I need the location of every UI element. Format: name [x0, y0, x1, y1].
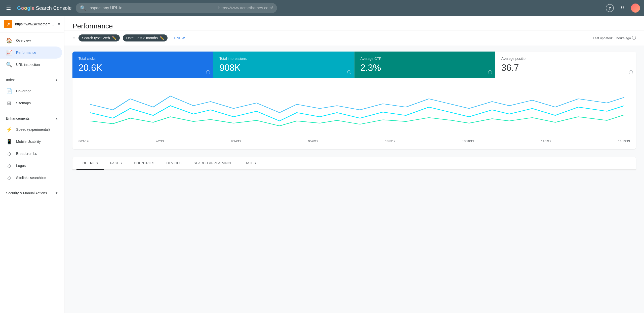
filter-icon[interactable]: ≡ [72, 35, 75, 41]
sidebar-item-coverage[interactable]: 📄 Coverage [0, 85, 62, 97]
speed-icon: ⚡ [6, 126, 12, 132]
sidebar-item-speed[interactable]: ⚡ Speed (experimental) [0, 123, 62, 136]
ctr-help-icon[interactable]: ⓘ [488, 70, 492, 75]
page-title: Performance [72, 22, 636, 30]
trending-icon: 📈 [6, 50, 12, 56]
enhancements-section-label: Enhancements [6, 116, 29, 120]
tabs-container: QUERIES PAGES COUNTRIES DEVICES SEARCH A… [72, 157, 636, 170]
sidebar-item-label: Performance [16, 51, 36, 55]
menu-icon[interactable]: ☰ [4, 3, 13, 13]
index-section-header[interactable]: Index ▲ [0, 75, 64, 85]
sidebar: ↗ https://www.acmethemes.c ... ▾ 🏠 Overv… [0, 16, 64, 313]
divider [0, 186, 64, 186]
sidebar-item-label: Sitemaps [16, 101, 31, 105]
sidebar-item-url-inspection[interactable]: 🔍 URL inspection [0, 59, 62, 71]
property-icon: ↗ [4, 20, 12, 28]
search-icon: 🔍 [80, 5, 86, 11]
metric-card-impressions[interactable]: Total impressions 908K ⓘ [213, 52, 354, 78]
x-label: 11/13/19 [618, 140, 630, 143]
divider [0, 111, 64, 111]
x-label: 9/14/19 [231, 140, 241, 143]
filter-bar: ≡ Search type: Web ✏️ Date: Last 3 month… [64, 30, 644, 46]
header-actions: ? ⠿ [606, 4, 640, 13]
search-type-filter[interactable]: Search type: Web ✏️ [78, 34, 120, 41]
metrics-cards: Total clicks 20.6K ⓘ Total impressions 9… [72, 52, 636, 78]
date-filter[interactable]: Date: Last 3 months ✏️ [123, 34, 168, 41]
x-label: 10/8/19 [385, 140, 395, 143]
sidebar-item-label: Overview [16, 38, 31, 42]
metrics-chart-container: Total clicks 20.6K ⓘ Total impressions 9… [72, 52, 636, 149]
property-selector[interactable]: ↗ https://www.acmethemes.c ... ▾ [0, 16, 64, 32]
apps-icon[interactable]: ⠿ [618, 4, 627, 13]
tabs: QUERIES PAGES COUNTRIES DEVICES SEARCH A… [72, 157, 636, 170]
property-url: https://www.acmethemes.c ... [15, 22, 55, 26]
x-label: 11/1/19 [541, 140, 551, 143]
security-section-header[interactable]: Security & Manual Actions ▼ [0, 188, 64, 198]
home-icon: 🏠 [6, 37, 12, 43]
edit-icon: ✏️ [160, 36, 164, 40]
new-filter-button[interactable]: + NEW [171, 34, 188, 41]
tabs-section: QUERIES PAGES COUNTRIES DEVICES SEARCH A… [64, 153, 644, 170]
sidebar-nav: 🏠 Overview 📈 Performance 🔍 URL inspectio… [0, 32, 64, 200]
collapse-icon: ▲ [55, 117, 58, 120]
sidebar-item-label: URL inspection [16, 63, 40, 67]
sidebar-item-label: Logos [16, 164, 26, 168]
mobile-icon: 📱 [6, 139, 12, 145]
edit-icon: ✏️ [112, 36, 116, 40]
tab-countries[interactable]: COUNTRIES [128, 157, 160, 170]
clicks-help-icon[interactable]: ⓘ [206, 70, 210, 75]
logo-text: Google Search Console [17, 5, 72, 11]
url-search-bar[interactable]: 🔍 https://www.acmethemes.com/ [76, 3, 277, 13]
breadcrumbs-icon: ◇ [6, 151, 12, 157]
sidebar-item-logos[interactable]: ◇ Logos [0, 160, 62, 172]
avatar[interactable] [631, 4, 640, 13]
metric-card-position[interactable]: Average position 36.7 ⓘ [495, 52, 636, 78]
sidebar-item-mobile[interactable]: 📱 Mobile Usability [0, 136, 62, 148]
app-logo: Google Search Console [17, 5, 72, 11]
sidebar-item-performance[interactable]: 📈 Performance [0, 47, 62, 59]
last-updated-help-icon[interactable]: ⓘ [632, 35, 636, 41]
sidebar-item-breadcrumbs[interactable]: ◇ Breadcrumbs [0, 148, 62, 160]
new-filter-label: + NEW [174, 36, 185, 40]
chart-x-labels: 8/21/19 9/2/19 9/14/19 9/26/19 10/8/19 1… [78, 139, 630, 147]
main-content: Performance ≡ Search type: Web ✏️ Date: … [64, 16, 644, 313]
search-url-hint: https://www.acmethemes.com/ [218, 6, 273, 10]
sidebar-item-label: Coverage [16, 89, 31, 93]
position-label: Average position [501, 57, 630, 61]
divider [0, 73, 64, 73]
position-help-icon[interactable]: ⓘ [629, 70, 633, 75]
sidebar-item-sitelinks[interactable]: ◇ Sitelinks searchbox [0, 172, 62, 184]
help-icon[interactable]: ? [606, 4, 614, 12]
metrics-section: Total clicks 20.6K ⓘ Total impressions 9… [64, 46, 644, 149]
impressions-help-icon[interactable]: ⓘ [347, 70, 351, 75]
tab-search-appearance[interactable]: SEARCH APPEARANCE [188, 157, 238, 170]
x-label: 8/21/19 [78, 140, 89, 143]
enhancements-section-header[interactable]: Enhancements ▲ [0, 113, 64, 123]
metric-card-clicks[interactable]: Total clicks 20.6K ⓘ [72, 52, 213, 78]
security-section-label: Security & Manual Actions [6, 191, 47, 195]
sidebar-item-label: Mobile Usability [16, 140, 41, 144]
tab-dates[interactable]: DATES [238, 157, 262, 170]
sidebar-item-label: Speed (experimental) [16, 127, 50, 131]
search-icon: 🔍 [6, 62, 12, 68]
tab-devices[interactable]: DEVICES [160, 157, 188, 170]
search-input[interactable] [89, 6, 216, 10]
expand-icon: ▼ [55, 191, 58, 195]
property-dropdown-icon: ▾ [58, 21, 60, 27]
sitemaps-icon: ⊞ [6, 100, 12, 106]
collapse-icon: ▲ [55, 78, 58, 82]
metric-card-ctr[interactable]: Average CTR 2.3% ⓘ [354, 52, 495, 78]
logos-icon: ◇ [6, 163, 12, 169]
sidebar-item-sitemaps[interactable]: ⊞ Sitemaps [0, 97, 62, 109]
position-value: 36.7 [501, 63, 630, 73]
sidebar-item-overview[interactable]: 🏠 Overview [0, 34, 62, 47]
tab-queries[interactable]: QUERIES [76, 157, 104, 170]
x-label: 10/20/19 [462, 140, 474, 143]
page-header: Performance [64, 16, 644, 30]
sitelinks-icon: ◇ [6, 175, 12, 181]
clicks-label: Total clicks [78, 57, 207, 61]
app-body: ↗ https://www.acmethemes.c ... ▾ 🏠 Overv… [0, 16, 644, 313]
ctr-value: 2.3% [360, 63, 489, 73]
tab-pages[interactable]: PAGES [104, 157, 128, 170]
coverage-icon: 📄 [6, 88, 12, 94]
